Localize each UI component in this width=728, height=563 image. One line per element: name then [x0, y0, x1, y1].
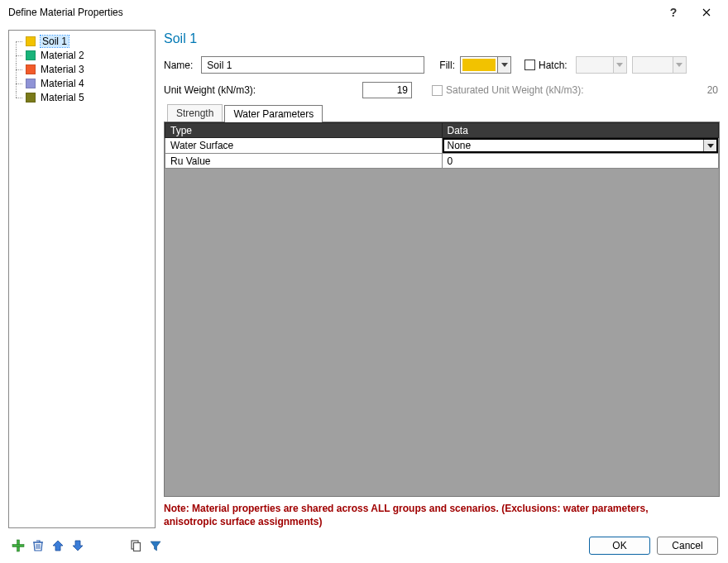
color-swatch — [26, 93, 36, 103]
material-label: Soil 1 — [41, 36, 69, 47]
close-icon — [702, 8, 711, 17]
chevron-down-icon — [497, 57, 510, 73]
add-material-button[interactable] — [10, 537, 26, 554]
arrow-up-icon — [51, 539, 65, 552]
material-editor: Soil 1 Name: Fill: Hatch: — [164, 30, 720, 528]
material-item[interactable]: Material 4 — [11, 77, 153, 90]
material-label: Material 4 — [41, 78, 84, 89]
tab-strip: Strength Water Parameters — [164, 103, 720, 122]
unit-weight-input[interactable] — [362, 82, 412, 98]
arrow-down-icon — [71, 539, 84, 552]
tree-connector — [14, 49, 26, 62]
tab-water-parameters[interactable]: Water Parameters — [224, 105, 323, 122]
tab-strength[interactable]: Strength — [167, 104, 223, 122]
trash-icon — [31, 539, 45, 552]
tree-connector — [14, 35, 26, 48]
cancel-button[interactable]: Cancel — [657, 537, 718, 555]
material-item[interactable]: Soil 1 — [11, 35, 153, 48]
sat-unit-weight-checkbox[interactable] — [432, 85, 443, 96]
move-down-button[interactable] — [69, 537, 86, 554]
hatch-label: Hatch: — [539, 60, 568, 71]
svg-rect-1 — [12, 545, 24, 547]
material-heading: Soil 1 — [164, 31, 720, 46]
grid-cell-type: Ru Value — [165, 154, 443, 169]
name-input[interactable] — [201, 56, 424, 74]
chevron-down-icon — [703, 140, 716, 151]
grid-row[interactable]: Ru Value 0 — [165, 154, 719, 169]
list-toolbar — [10, 537, 86, 554]
tree-connector — [14, 63, 26, 76]
material-label: Material 2 — [41, 50, 84, 61]
grid-cell-data[interactable]: None — [442, 138, 719, 154]
grid-cell-value: None — [444, 140, 704, 151]
material-item[interactable]: Material 2 — [11, 49, 153, 62]
copy-icon — [129, 539, 142, 552]
fill-label: Fill: — [439, 60, 455, 71]
add-icon — [12, 539, 25, 552]
chevron-down-icon — [673, 57, 686, 73]
grid-cell-type: Water Surface — [165, 138, 443, 154]
hatch-checkbox[interactable] — [524, 60, 535, 70]
move-up-button[interactable] — [50, 537, 66, 554]
tree-connector — [14, 77, 26, 90]
material-label: Material 3 — [41, 64, 84, 75]
note-text: Note: Material properties are shared acr… — [164, 502, 720, 528]
fill-color-picker[interactable] — [460, 56, 511, 74]
chevron-down-icon — [613, 57, 626, 73]
color-swatch — [26, 64, 36, 74]
tree-connector — [14, 91, 26, 104]
col-data[interactable]: Data — [442, 123, 719, 138]
help-button[interactable]: ? — [657, 0, 690, 25]
name-label: Name: — [164, 60, 193, 71]
parameter-grid[interactable]: Type Data Water Surface None — [164, 122, 720, 497]
filter-button[interactable] — [147, 537, 164, 554]
copy-material-button[interactable] — [127, 537, 144, 554]
material-list[interactable]: Soil 1 Material 2 Material 3 Material 4 … — [8, 30, 156, 528]
svg-rect-3 — [134, 543, 141, 551]
fill-swatch — [462, 59, 496, 71]
hatch-color-picker — [632, 56, 687, 74]
color-swatch — [26, 50, 36, 60]
material-item[interactable]: Material 5 — [11, 91, 153, 104]
delete-material-button[interactable] — [30, 537, 46, 554]
grid-cell-data[interactable]: 0 — [442, 154, 719, 169]
filter-icon — [149, 539, 162, 552]
col-type[interactable]: Type — [165, 123, 443, 138]
window-title: Define Material Properties — [8, 7, 657, 18]
material-label: Material 5 — [41, 92, 84, 103]
grid-row[interactable]: Water Surface None — [165, 138, 719, 154]
color-swatch — [26, 36, 36, 46]
sat-unit-weight-value: 20 — [670, 84, 720, 96]
material-item[interactable]: Material 3 — [11, 63, 153, 76]
dialog-footer: OK Cancel — [0, 528, 728, 563]
close-button[interactable] — [690, 0, 723, 25]
ok-button[interactable]: OK — [589, 537, 650, 555]
sat-unit-weight-label: Saturated Unit Weight (kN/m3): — [446, 84, 670, 96]
color-swatch — [26, 79, 36, 88]
title-bar: Define Material Properties ? — [0, 0, 728, 25]
list-toolbar-extra — [127, 537, 164, 554]
hatch-pattern-picker — [576, 56, 627, 74]
unit-weight-label: Unit Weight (kN/m3): — [164, 84, 362, 96]
